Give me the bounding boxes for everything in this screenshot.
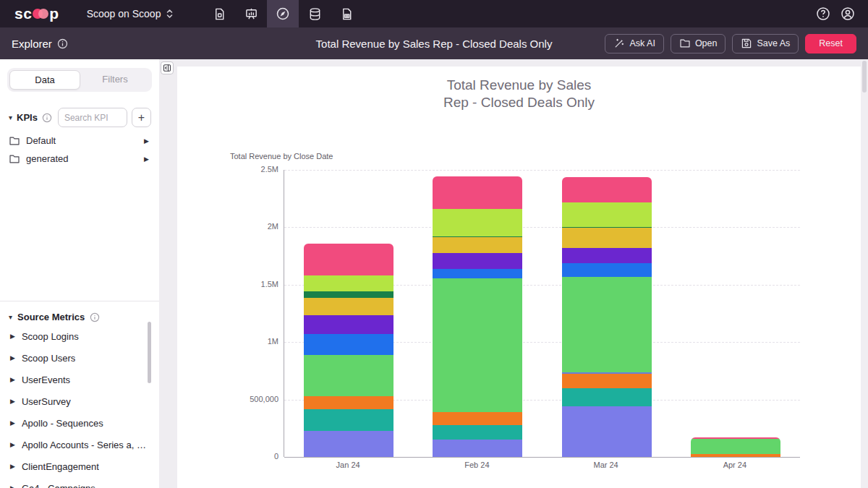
- kpi-folder-list: Default ▶ generated ▶: [0, 132, 159, 168]
- bar-segment-series_3[interactable]: [304, 396, 393, 408]
- chart-title: Total Revenue by Sales Rep - Closed Deal…: [177, 77, 861, 111]
- workspace-selector[interactable]: Scoop on Scoop: [87, 8, 175, 20]
- bar-segment-series_10[interactable]: [562, 202, 652, 227]
- caret-right-icon[interactable]: ▶: [10, 333, 15, 340]
- bar-segment-series_5[interactable]: [433, 278, 522, 412]
- source-metric-item[interactable]: ▶UserEvents: [0, 369, 159, 390]
- collapse-panel-icon: [163, 64, 171, 72]
- sidebar-scrollbar[interactable]: [148, 322, 151, 383]
- caret-down-icon[interactable]: ▾: [9, 114, 12, 121]
- bar-segment-series_8[interactable]: [433, 237, 522, 253]
- source-metric-item[interactable]: ▶Ga4 - Campaigns: [0, 477, 159, 488]
- bar-segment-series_6[interactable]: [433, 269, 522, 278]
- source-metric-item[interactable]: ▶Apollo - Sequences: [0, 412, 159, 434]
- bar-segment-series_2[interactable]: [562, 388, 652, 406]
- open-label: Open: [695, 38, 718, 48]
- bar-segment-series_6[interactable]: [562, 263, 652, 277]
- source-metrics-header: ▾ Source Metrics: [9, 312, 152, 322]
- bar-segment-series_1[interactable]: [433, 440, 522, 457]
- navbar-right: [816, 7, 855, 21]
- source-metric-label: Apollo Accounts - Series a, …: [22, 440, 146, 450]
- help-icon: [816, 7, 830, 21]
- stacked-bar-jan-24[interactable]: [304, 244, 393, 457]
- bar-segment-series_6[interactable]: [304, 334, 393, 355]
- caret-right-icon[interactable]: ▶: [10, 354, 15, 361]
- bar-segment-series_5[interactable]: [691, 439, 780, 454]
- tab-filters[interactable]: Filters: [80, 70, 150, 90]
- bar-segment-series_8[interactable]: [562, 228, 652, 248]
- open-button[interactable]: Open: [671, 34, 726, 53]
- sidebar-divider: [0, 301, 159, 301]
- source-metrics-label: Source Metrics: [17, 312, 85, 322]
- source-metric-label: Ga4 - Campaigns: [22, 483, 95, 488]
- bar-segment-series_1[interactable]: [562, 406, 652, 457]
- bar-segment-series_7[interactable]: [433, 253, 522, 268]
- bar-segment-series_3[interactable]: [433, 412, 522, 425]
- caret-right-icon[interactable]: ▶: [10, 376, 15, 383]
- bar-segment-series_9[interactable]: [304, 291, 393, 297]
- caret-right-icon[interactable]: ▶: [10, 463, 15, 470]
- caret-right-icon[interactable]: ▶: [10, 419, 15, 427]
- nav-tab-explorer[interactable]: [267, 0, 299, 27]
- caret-right-icon[interactable]: ▶: [10, 441, 15, 448]
- collapse-panel-button[interactable]: [161, 61, 174, 74]
- nav-tab-sheets[interactable]: [331, 0, 362, 27]
- bar-segment-series_11[interactable]: [562, 177, 652, 202]
- y-tick-label: 1M: [177, 337, 278, 346]
- add-kpi-button[interactable]: +: [132, 108, 151, 127]
- bar-segment-series_10[interactable]: [304, 275, 393, 291]
- sidebar: Data Filters ▾ KPIs + Default ▶ generate…: [0, 59, 159, 488]
- kpi-folder-generated[interactable]: generated ▶: [0, 150, 159, 168]
- bar-segment-series_3[interactable]: [691, 454, 780, 457]
- bar-segment-series_1[interactable]: [304, 431, 393, 457]
- bar-segment-series_11[interactable]: [433, 176, 522, 209]
- bar-segment-series_11[interactable]: [304, 244, 393, 275]
- bar-segment-series_8[interactable]: [304, 298, 393, 315]
- source-metric-item[interactable]: ▶UserSurvey: [0, 390, 159, 412]
- nav-tab-datasets[interactable]: [299, 0, 331, 27]
- updown-icon: [165, 8, 174, 20]
- bar-segment-series_7[interactable]: [562, 248, 652, 262]
- caret-right-icon[interactable]: ▶: [10, 484, 15, 488]
- search-kpi-input[interactable]: [58, 108, 127, 127]
- stacked-bar-feb-24[interactable]: [433, 176, 522, 457]
- stacked-bar-mar-24[interactable]: [562, 177, 652, 457]
- logo-text-end: p: [49, 5, 59, 22]
- save-as-button[interactable]: Save As: [732, 34, 799, 53]
- tab-data[interactable]: Data: [9, 70, 80, 90]
- info-icon[interactable]: [42, 113, 52, 123]
- source-metric-item[interactable]: ▶Scoop Logins: [0, 325, 159, 347]
- caret-right-icon[interactable]: ▶: [144, 155, 149, 163]
- bar-segment-series_10[interactable]: [433, 209, 522, 236]
- bar-segment-series_5[interactable]: [562, 277, 652, 373]
- folder-label: generated: [26, 153, 138, 164]
- caret-right-icon[interactable]: ▶: [144, 137, 149, 145]
- account-button[interactable]: [841, 7, 855, 21]
- bar-segment-series_3[interactable]: [562, 374, 652, 388]
- stacked-bar-apr-24[interactable]: [691, 437, 780, 457]
- bar-segment-series_7[interactable]: [304, 315, 393, 334]
- info-icon[interactable]: [90, 312, 100, 322]
- help-button[interactable]: [816, 7, 830, 21]
- workspace-selector-label: Scoop on Scoop: [87, 8, 161, 20]
- page-scrollbar-thumb[interactable]: [862, 61, 867, 93]
- y-tick-label: 2M: [177, 222, 278, 231]
- source-metric-item[interactable]: ▶ClientEngagement: [0, 455, 159, 477]
- kpi-folder-default[interactable]: Default ▶: [0, 132, 159, 150]
- nav-tab-canvas[interactable]: [203, 0, 235, 27]
- bar-segment-series_5[interactable]: [304, 355, 393, 396]
- info-icon[interactable]: [57, 38, 68, 49]
- ask-ai-button[interactable]: Ask AI: [605, 34, 663, 53]
- bar-segment-series_2[interactable]: [304, 409, 393, 431]
- save-as-label: Save As: [757, 38, 790, 48]
- save-icon: [741, 38, 752, 49]
- source-metric-item[interactable]: ▶Scoop Users: [0, 347, 159, 369]
- caret-down-icon[interactable]: ▾: [9, 313, 12, 321]
- source-metric-item[interactable]: ▶Apollo Accounts - Series a, …: [0, 434, 159, 455]
- reset-button[interactable]: Reset: [805, 34, 856, 53]
- page-scrollbar-track[interactable]: [861, 59, 868, 488]
- nav-tab-presentation[interactable]: [235, 0, 267, 27]
- bar-segment-series_2[interactable]: [433, 425, 522, 440]
- primary-nav: [203, 0, 362, 27]
- caret-right-icon[interactable]: ▶: [10, 398, 15, 405]
